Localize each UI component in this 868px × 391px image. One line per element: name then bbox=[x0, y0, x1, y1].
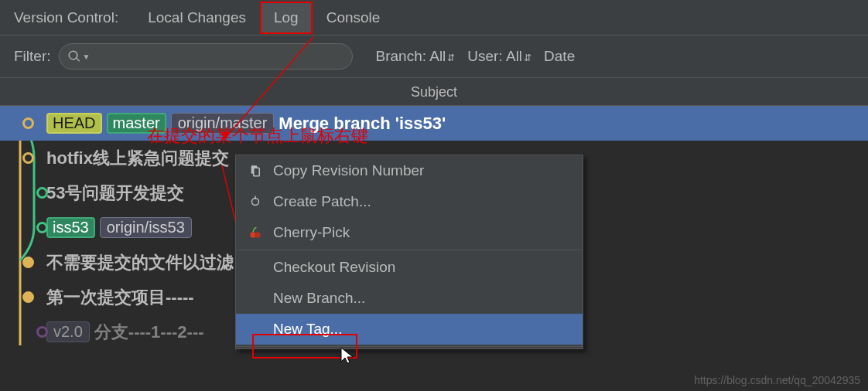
date-filter[interactable]: Date bbox=[544, 48, 575, 65]
tag-master: master bbox=[107, 113, 166, 134]
commit-subject: 第一次提交项目----- bbox=[46, 286, 194, 309]
blank-icon bbox=[247, 259, 264, 276]
menu-new-tag[interactable]: New Tag... bbox=[236, 314, 583, 345]
column-header-subject: Subject bbox=[0, 78, 868, 106]
menu-separator bbox=[236, 250, 583, 250]
tag-iss53: iss53 bbox=[46, 217, 95, 238]
menu-cherry-pick[interactable]: Cherry-Pick bbox=[236, 217, 583, 248]
blank-icon bbox=[247, 321, 264, 338]
commit-subject: 分支----1---2--- bbox=[94, 321, 204, 344]
patch-icon bbox=[247, 193, 264, 210]
menu-checkout-revision[interactable]: Checkout Revision bbox=[236, 252, 583, 283]
tag-remote: origin/iss53 bbox=[100, 217, 192, 238]
cherry-icon bbox=[247, 224, 264, 241]
svg-point-6 bbox=[255, 232, 261, 238]
tab-log[interactable]: Log bbox=[260, 2, 313, 34]
commit-subject: 53号问题开发提交 bbox=[46, 182, 184, 205]
blank-icon bbox=[247, 290, 264, 307]
commit-row[interactable]: HEAD master origin/master Merge branch '… bbox=[0, 106, 868, 141]
tag-remote: origin/master bbox=[171, 113, 275, 134]
context-menu: Copy Revision Number Create Patch... Che… bbox=[235, 155, 583, 349]
version-control-tabs: Version Control: Local Changes Log Conso… bbox=[0, 0, 868, 36]
menu-copy-revision[interactable]: Copy Revision Number bbox=[236, 155, 583, 186]
commit-subject: Merge branch 'iss53' bbox=[279, 114, 446, 134]
copy-icon bbox=[247, 162, 264, 179]
user-filter[interactable]: User: All⇵ bbox=[467, 48, 531, 65]
menu-create-patch[interactable]: Create Patch... bbox=[236, 186, 583, 217]
filter-label: Filter: bbox=[14, 48, 51, 65]
commit-subject: hotfix线上紧急问题提交 bbox=[46, 147, 229, 170]
menu-new-branch[interactable]: New Branch... bbox=[236, 283, 583, 314]
tab-console[interactable]: Console bbox=[313, 2, 395, 34]
tab-local-changes[interactable]: Local Changes bbox=[134, 2, 260, 34]
svg-rect-4 bbox=[255, 196, 256, 200]
menu-separator bbox=[236, 346, 583, 347]
search-icon bbox=[67, 49, 81, 63]
panel-label: Version Control: bbox=[14, 9, 118, 26]
tag-v20: v2.0 bbox=[46, 321, 90, 342]
commit-subject: 不需要提交的文件以过滤 bbox=[46, 251, 234, 274]
chevron-down-icon: ▼ bbox=[83, 53, 91, 61]
filter-row: Filter: ▼ Branch: All⇵ User: All⇵ Date bbox=[0, 36, 868, 78]
search-input[interactable]: ▼ bbox=[59, 43, 353, 70]
branch-filter[interactable]: Branch: All⇵ bbox=[376, 48, 456, 65]
tag-head: HEAD bbox=[46, 113, 102, 134]
svg-rect-2 bbox=[254, 168, 260, 176]
watermark: https://blog.csdn.net/qq_20042935 bbox=[694, 374, 860, 386]
